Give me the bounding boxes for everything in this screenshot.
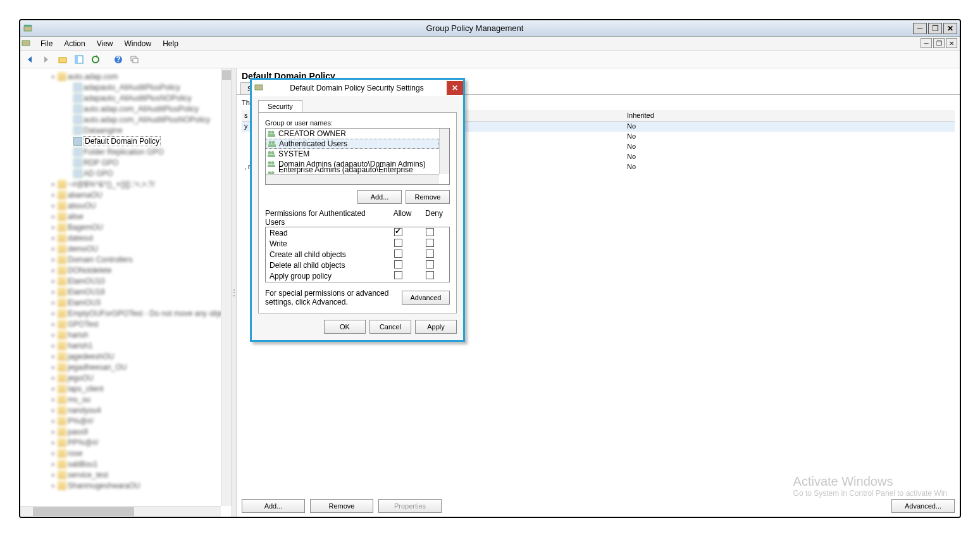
tree-node-label[interactable]: ~#@$%^&*()_+{}[]:;'<,>.?/ [68, 180, 155, 189]
allow-checkbox[interactable] [394, 239, 402, 247]
expand-icon[interactable]: ▸ [50, 180, 56, 187]
tree-node[interactable]: ▸dateout [22, 232, 230, 243]
tree-node[interactable]: ▸harish [22, 329, 230, 340]
tree-node[interactable]: ▸jegoOU [22, 372, 230, 383]
add-button[interactable]: Add... [242, 499, 305, 513]
tree-node-label[interactable]: AD GPO [84, 169, 113, 178]
tree-node-label[interactable]: GPOTest [68, 320, 99, 329]
tree-node[interactable]: ▸DONotdelete [22, 265, 230, 275]
expand-icon[interactable]: ▸ [50, 353, 56, 360]
refresh-button[interactable] [89, 53, 102, 66]
tree-node-label[interactable]: Default Domain Policy [84, 136, 161, 146]
listbox-hscroll[interactable] [266, 174, 439, 184]
tree-node-label[interactable]: auto.adap.com_AllAuditPlusPolicy [84, 104, 199, 113]
expand-icon[interactable]: ▸ [50, 363, 56, 370]
tree-panel[interactable]: ▸auto.adap.comadapauto_AllAuditPlusPolic… [20, 68, 232, 517]
tree-hscrollbar[interactable] [20, 506, 221, 517]
expand-icon[interactable]: ▸ [50, 439, 56, 446]
expand-icon[interactable]: ▸ [50, 417, 56, 424]
deny-checkbox[interactable] [426, 250, 434, 258]
expand-icon[interactable]: ▸ [50, 428, 56, 435]
advanced-button[interactable]: Advanced... [891, 499, 955, 513]
tree-node[interactable]: auto.adap.com_AllAuditPlusPolicy [22, 103, 230, 114]
tree-node-label[interactable]: rose [68, 449, 82, 458]
dialog-apply-button[interactable]: Apply [415, 320, 457, 334]
allow-checkbox[interactable] [394, 260, 402, 268]
tree-node-label[interactable]: pass9 [68, 427, 88, 436]
expand-icon[interactable]: ▸ [50, 385, 56, 392]
deny-checkbox[interactable] [426, 260, 434, 268]
tree-node-label[interactable]: BagemOU [68, 223, 103, 232]
allow-checkbox[interactable] [394, 228, 402, 236]
expand-icon[interactable]: ▸ [50, 460, 56, 467]
expand-icon[interactable]: ▸ [50, 310, 56, 317]
tree-node[interactable]: ▸sabBou1 [22, 458, 230, 469]
tree-node[interactable]: ▸ElamOU10 [22, 275, 230, 286]
tree-node-label[interactable]: laps_client [68, 384, 104, 393]
tree-node[interactable]: adapauto_AllAuditPlusPolicy [22, 82, 230, 92]
tree-node-label[interactable]: ElamOU18 [68, 287, 105, 296]
dialog-ok-button[interactable]: OK [324, 320, 366, 334]
expand-icon[interactable]: ▸ [50, 342, 56, 349]
tree-node-label[interactable]: harish [68, 331, 89, 339]
tree-node-label[interactable]: P%@#/ [68, 417, 94, 426]
forward-button[interactable] [39, 53, 53, 66]
tree-node[interactable]: auto.adap.com_AllAuditPlusNOPolicy [22, 114, 230, 125]
tree-node-label[interactable]: dateout [68, 234, 93, 243]
tree-node[interactable]: Default Domain Policy [22, 136, 230, 146]
tree-node[interactable]: ▸nandyou4 [22, 405, 230, 415]
tree-node-label[interactable]: nandyou4 [68, 406, 101, 415]
tree-node[interactable]: ▸jagedeeshOU [22, 351, 230, 362]
tree-node[interactable]: ▸ElamOU18 [22, 286, 230, 297]
window-list-button[interactable] [128, 53, 142, 66]
help-button[interactable]: ? [111, 53, 125, 66]
tree-vscrollbar[interactable] [221, 68, 232, 506]
tree-node[interactable]: ▸GPOTest [22, 319, 230, 329]
expand-icon[interactable]: ▸ [50, 234, 56, 241]
allow-checkbox[interactable] [394, 271, 402, 279]
tree-node-label[interactable]: ElamOU3 [68, 298, 101, 307]
expand-icon[interactable]: ▸ [50, 256, 56, 263]
expand-icon[interactable]: ▸ [50, 224, 56, 231]
tree-node-label[interactable]: EmptyOUForGPOTest - Do not move any obje [68, 309, 223, 318]
expand-icon[interactable]: ▸ [50, 213, 56, 220]
listbox-vscroll[interactable] [439, 129, 449, 174]
tree-node-label[interactable]: demoOU [68, 244, 98, 253]
tree-node-label[interactable]: RDP GPO [84, 158, 118, 167]
mdi-close[interactable]: ✕ [946, 38, 957, 48]
up-button[interactable] [56, 53, 70, 66]
tree-node-label[interactable]: Dataangine [84, 126, 122, 135]
tree-node[interactable]: ▸alise [22, 211, 230, 222]
tree-node-label[interactable]: abouOU [68, 201, 96, 210]
tree-node-label[interactable]: adapauto_AllAuditPlusNOPolicy [84, 94, 192, 103]
tree-node[interactable]: ▸EmptyOUForGPOTest - Do not move any obj… [22, 308, 230, 319]
deny-checkbox[interactable] [426, 239, 434, 247]
tree-node[interactable]: ▸jegadheesan_OU [22, 362, 230, 372]
tree-node-label[interactable]: abamaOU [68, 191, 102, 199]
tree-node[interactable]: ▸demoOU [22, 243, 230, 254]
tree-node[interactable]: ▸BagemOU [22, 222, 230, 232]
expand-icon[interactable]: ▸ [50, 288, 56, 295]
mdi-minimize[interactable]: ─ [921, 38, 932, 48]
tree-node-label[interactable]: Folder Replication GPO [84, 148, 164, 156]
tree-node-label[interactable]: ms_ou [68, 395, 90, 404]
minimize-button[interactable]: ─ [913, 23, 927, 34]
tree-node-label[interactable]: harish1 [68, 341, 92, 350]
expand-icon[interactable]: ▸ [50, 331, 56, 338]
expand-icon[interactable]: ▸ [50, 202, 56, 209]
expand-icon[interactable]: ▸ [50, 482, 56, 489]
list-item[interactable]: Authenticated Users [266, 139, 439, 149]
show-hide-tree-button[interactable] [72, 53, 86, 66]
tree-node-label[interactable]: PP%@#/ [68, 438, 99, 447]
deny-checkbox[interactable] [426, 271, 434, 279]
tree-node-label[interactable]: ShanmugeshwaraOU [68, 481, 140, 490]
list-item[interactable]: SYSTEM [266, 149, 439, 159]
tree-node[interactable]: ▸rose [22, 448, 230, 458]
permissions-list[interactable]: ReadWriteCreate all child objectsDelete … [265, 227, 450, 282]
properties-button[interactable]: Properties [378, 499, 442, 513]
expand-icon[interactable]: ▸ [50, 191, 56, 198]
allow-checkbox[interactable] [394, 250, 402, 258]
dialog-remove-button[interactable]: Remove [406, 190, 450, 204]
expand-icon[interactable]: ▸ [50, 245, 56, 252]
tree-node[interactable]: Dataangine [22, 125, 230, 136]
